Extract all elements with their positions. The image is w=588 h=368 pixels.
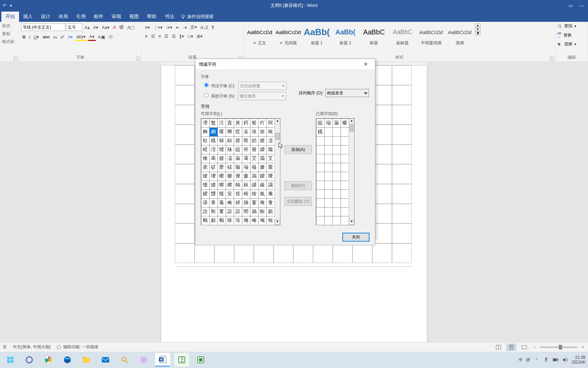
change-case-button[interactable]: Aa▾ xyxy=(100,24,111,31)
char-cell[interactable]: 伌 xyxy=(201,163,210,172)
char-cell[interactable] xyxy=(324,172,333,181)
align-center-button[interactable]: ☰ xyxy=(150,33,157,40)
style-item[interactable]: AaBbC副标题 xyxy=(389,23,416,47)
borders-button[interactable]: ⊞▾ xyxy=(195,33,204,40)
char-cell[interactable] xyxy=(332,189,341,199)
char-cell[interactable] xyxy=(332,172,341,181)
scroll-thumb[interactable] xyxy=(275,133,280,140)
tab-layout[interactable]: 布局 xyxy=(54,12,72,22)
dialog-launcher-icon[interactable]: ⌐ xyxy=(14,57,18,61)
char-cell[interactable] xyxy=(324,145,333,154)
close-button[interactable]: 关闭 xyxy=(342,233,370,242)
char-cell[interactable]: 靄 xyxy=(258,154,267,163)
char-cell[interactable]: 唉 xyxy=(266,127,275,137)
scroll-down-icon[interactable]: ▼ xyxy=(475,27,480,31)
char-cell[interactable] xyxy=(316,207,325,216)
char-cell[interactable]: 皚 xyxy=(316,119,325,128)
char-cell[interactable]: 䱗 xyxy=(250,119,259,128)
char-cell[interactable]: 挨 xyxy=(258,127,267,137)
char-cell[interactable] xyxy=(316,154,325,163)
char-cell[interactable]: 鼈 xyxy=(209,119,218,128)
char-cell[interactable]: 埯 xyxy=(258,216,267,225)
char-cell[interactable]: 韽 xyxy=(209,216,218,225)
char-cell[interactable]: 婩 xyxy=(234,198,242,208)
char-cell[interactable]: 啀 xyxy=(242,136,250,145)
highlight-button[interactable]: aby▾ xyxy=(75,33,87,41)
char-cell[interactable]: 唵 xyxy=(226,198,234,208)
char-cell[interactable] xyxy=(332,181,341,190)
char-border-button[interactable]: A▢ xyxy=(126,24,136,31)
char-cell[interactable]: 愛 xyxy=(266,163,275,172)
distribute-button[interactable]: ☰ xyxy=(170,33,177,40)
char-cell[interactable]: 侒 xyxy=(234,189,242,199)
char-cell[interactable]: 鮟 xyxy=(258,207,267,216)
char-cell[interactable]: 砹 xyxy=(209,163,218,172)
start-button[interactable] xyxy=(3,353,18,367)
char-cell[interactable]: 鵪 xyxy=(217,216,226,225)
char-cell[interactable] xyxy=(324,207,333,216)
battery-icon[interactable] xyxy=(553,357,559,363)
char-cell[interactable] xyxy=(341,172,349,181)
char-cell[interactable]: 艾 xyxy=(250,154,259,163)
tab-mail[interactable]: 邮件 xyxy=(90,12,108,22)
align-right-button[interactable]: ≡ xyxy=(157,33,163,40)
char-cell[interactable]: 鑀 xyxy=(258,172,267,181)
system-font-radio[interactable]: 系统字体 (S): xyxy=(204,93,235,99)
scroll-thumb[interactable] xyxy=(349,125,354,132)
scroll-up-icon[interactable]: ▲ xyxy=(475,23,480,27)
scroll-up-icon[interactable]: ▲ xyxy=(349,119,354,124)
char-cell[interactable]: 躷 xyxy=(217,154,226,163)
char-cell[interactable]: 諳 xyxy=(234,207,242,216)
char-cell[interactable]: 諳 xyxy=(226,207,234,216)
char-cell[interactable]: 嘼 xyxy=(250,145,259,154)
subscript-button[interactable]: x₂ xyxy=(52,33,59,41)
zoom-slider[interactable] xyxy=(540,347,577,348)
view-read-button[interactable] xyxy=(493,343,504,351)
char-cell[interactable]: 黃 xyxy=(234,119,242,128)
char-cell[interactable]: 塧 xyxy=(242,163,250,172)
char-cell[interactable]: 暧 xyxy=(341,119,349,128)
find-button[interactable]: 查找▾ xyxy=(557,23,576,29)
char-cell[interactable]: 葊 xyxy=(209,198,218,208)
char-shading-button[interactable]: A▣ xyxy=(97,33,107,41)
char-cell[interactable]: 鞍 xyxy=(209,207,218,216)
char-cell[interactable]: 爱 xyxy=(217,163,226,172)
char-cell[interactable]: 鑀 xyxy=(201,189,210,199)
char-cell[interactable]: 氨 xyxy=(258,189,267,199)
char-cell[interactable] xyxy=(316,145,325,154)
remove-button[interactable]: 删除(R) xyxy=(284,181,312,190)
app-green2-icon[interactable] xyxy=(193,353,208,367)
callig-font-radio[interactable]: 书法字体 (C): xyxy=(204,83,235,89)
app-green1-icon[interactable] xyxy=(174,353,189,367)
char-cell[interactable] xyxy=(332,207,341,216)
char-cell[interactable]: 嗄 xyxy=(217,127,226,137)
char-cell[interactable] xyxy=(324,189,333,199)
dialog-launcher-icon[interactable]: ⌐ xyxy=(136,57,140,61)
char-cell[interactable]: 濭 xyxy=(226,154,234,163)
char-cell[interactable]: 皚 xyxy=(234,145,242,154)
align-left-button[interactable]: ≡ xyxy=(144,33,149,40)
char-cell[interactable]: 溰 xyxy=(209,145,218,154)
justify-button[interactable]: ☰ xyxy=(163,33,170,40)
char-cell[interactable]: 曖 xyxy=(217,172,226,181)
char-cell[interactable] xyxy=(332,163,341,172)
scroll-up-icon[interactable]: ▲ xyxy=(275,119,280,124)
char-cell[interactable] xyxy=(341,163,349,172)
char-cell[interactable]: 蔼 xyxy=(209,154,218,163)
style-item[interactable]: AaBbCcDd↵ 无间隔 xyxy=(274,23,302,47)
strikethrough-button[interactable]: abc xyxy=(41,33,51,41)
clear-format-button[interactable]: A̸ xyxy=(112,24,117,31)
char-cell[interactable]: 安 xyxy=(226,189,234,199)
char-cell[interactable] xyxy=(341,207,349,216)
char-cell[interactable]: 唵 xyxy=(250,216,259,225)
char-cell[interactable]: 礙 xyxy=(258,181,267,190)
copilot-icon[interactable] xyxy=(22,353,37,367)
char-cell[interactable]: 嬡 xyxy=(201,172,210,181)
clipchamp-icon[interactable] xyxy=(136,353,151,367)
char-cell[interactable] xyxy=(341,181,349,190)
volume-icon[interactable] xyxy=(562,357,568,363)
tab-design[interactable]: 设计 xyxy=(37,12,54,22)
char-cell[interactable]: 庵 xyxy=(266,189,275,199)
tab-review[interactable]: 审阅 xyxy=(108,12,125,22)
char-cell[interactable]: 皧 xyxy=(250,181,259,190)
